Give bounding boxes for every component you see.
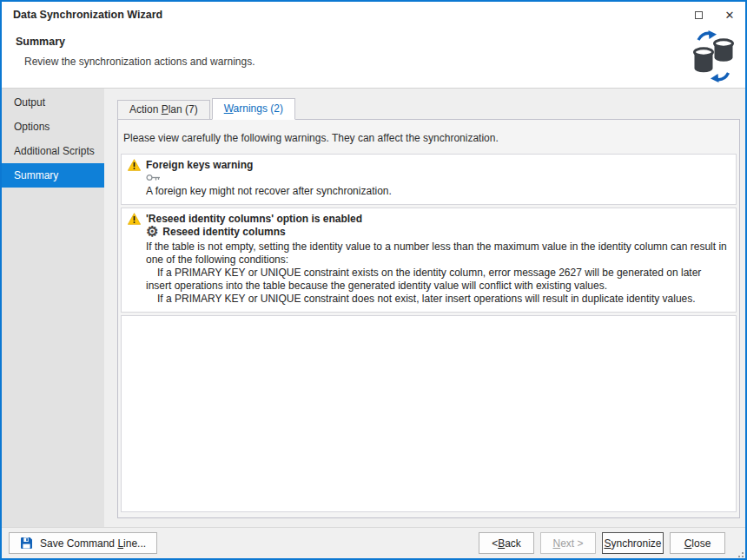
warning-paragraph: If the table is not empty, setting the i…: [146, 240, 729, 267]
save-icon: [20, 537, 33, 550]
warning-header: Foreign keys warning: [128, 159, 729, 171]
close-button-footer[interactable]: Close: [670, 532, 725, 554]
warning-body: A foreign key might not recover after sy…: [146, 185, 729, 198]
page-title: Summary: [16, 36, 745, 48]
synchronize-button[interactable]: Synchronize: [602, 532, 664, 554]
warnings-panel: Please view carefully the following warn…: [117, 119, 740, 518]
warning-body: If the table is not empty, setting the i…: [146, 240, 729, 306]
page-subtitle: Review the synchronization actions and w…: [24, 56, 745, 68]
warning-triangle-icon: [128, 213, 141, 225]
warning-option-name: Reseed identity columns: [162, 226, 285, 238]
next-button[interactable]: Next >: [540, 532, 596, 554]
data-sync-icon: [688, 30, 738, 86]
save-command-line-button[interactable]: Save Command Line...: [9, 532, 157, 554]
resize-grip[interactable]: [737, 550, 744, 557]
warning-item-foreign-keys: Foreign keys warning A foreign key might…: [121, 154, 737, 205]
tab-warnings[interactable]: Warnings (2): [212, 98, 295, 120]
gear-icon: ⚙: [146, 226, 158, 238]
wizard-header: Summary Review the synchronization actio…: [2, 28, 745, 89]
close-icon: ✕: [725, 10, 735, 21]
warning-triangle-icon: [128, 159, 141, 171]
warnings-list-empty-area: [121, 315, 737, 512]
sidebar-item-options[interactable]: Options: [2, 115, 104, 139]
titlebar: Data Synchronization Wizard ✕: [2, 2, 745, 28]
warning-option-row: ⚙ Reseed identity columns: [146, 226, 729, 238]
warning-item-reseed-identity: 'Reseed identity columns' option is enab…: [121, 208, 737, 313]
footer: Save Command Line... < Back Next > Synch…: [2, 527, 745, 558]
sidebar-item-output[interactable]: Output: [2, 90, 104, 115]
warnings-intro-text: Please view carefully the following warn…: [123, 132, 735, 144]
back-button[interactable]: < Back: [479, 532, 534, 554]
maximize-icon: [695, 11, 703, 19]
window-title: Data Synchronization Wizard: [2, 9, 683, 21]
warning-paragraph: A foreign key might not recover after sy…: [146, 185, 729, 198]
warning-paragraph: If a PRIMARY KEY or UNIQUE constraint do…: [146, 293, 729, 306]
wizard-body: Output Options Additional Scripts Summar…: [2, 89, 745, 527]
sidebar: Output Options Additional Scripts Summar…: [2, 89, 104, 527]
maximize-button[interactable]: [683, 2, 714, 28]
data-synchronization-wizard-window: Data Synchronization Wizard ✕ Summary Re…: [0, 0, 747, 560]
key-icon: [146, 174, 161, 181]
warning-title: 'Reseed identity columns' option is enab…: [146, 213, 362, 225]
tab-bar: Action Plan (7) Warnings (2): [117, 98, 740, 120]
tab-action-plan[interactable]: Action Plan (7): [117, 100, 210, 120]
warning-header: 'Reseed identity columns' option is enab…: [128, 213, 729, 225]
warning-paragraph: If a PRIMARY KEY or UNIQUE constraint ex…: [146, 267, 729, 293]
wizard-nav-buttons: < Back Next > Synchronize Close: [479, 532, 725, 554]
content-area: Action Plan (7) Warnings (2) Please view…: [104, 89, 745, 527]
sidebar-item-summary[interactable]: Summary: [2, 163, 104, 188]
sidebar-item-additional-scripts[interactable]: Additional Scripts: [2, 139, 104, 163]
close-button[interactable]: ✕: [714, 2, 745, 28]
save-command-line-label: Save Command Line...: [40, 537, 146, 550]
warning-title: Foreign keys warning: [146, 159, 253, 171]
warning-detail-icon-row: [146, 173, 729, 182]
